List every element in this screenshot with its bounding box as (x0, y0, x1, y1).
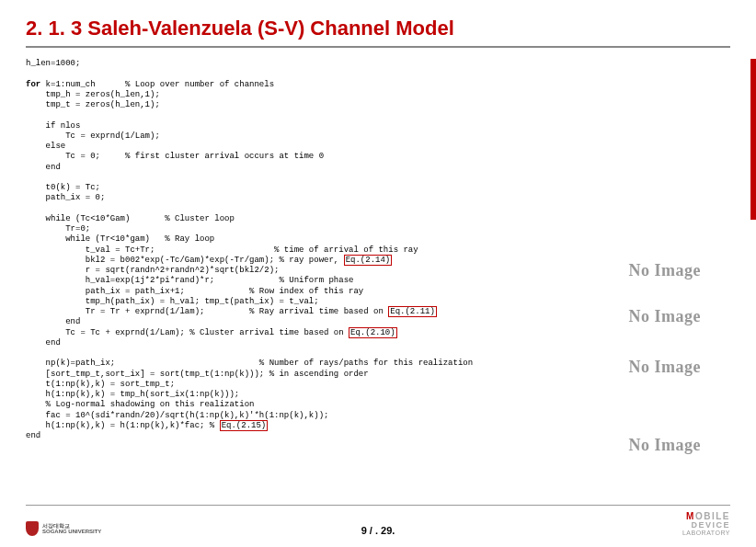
code-line: r = sqrt(randn^2+randn^2)*sqrt(bkl2/2); (26, 266, 279, 275)
code-line: end (26, 163, 61, 172)
code-line: k=1:num_ch % Loop over number of channel… (40, 80, 274, 89)
code-line: t(1:np(k),k) = sort_tmp_t; (26, 380, 175, 389)
code-line: Tr = Tr + exprnd(1/lam); % Ray arrival t… (26, 307, 388, 316)
code-line: while (Tr<10*gam) % Ray loop (26, 234, 214, 244)
code-line: t0(k) = Tc; (26, 183, 100, 192)
code-line: Tc = exprnd(1/Lam); (26, 131, 160, 141)
code-line: t_val = Tc+Tr; % time of arrival of this… (26, 245, 418, 255)
code-line: else (26, 142, 65, 151)
page-number: 9 / . 29. (361, 525, 395, 536)
eq-ref-215: Eq.(2.15) (220, 420, 269, 431)
code-line: h_val=exp(1j*2*pi*rand)*r; % Uniform pha… (26, 276, 353, 285)
code-line: end (26, 338, 61, 348)
code-line: h(1:np(k),k) = h(1:np(k),k)*fac; % (26, 421, 220, 430)
lab-logo: MOBILE DEVICE LABORATORY (682, 512, 730, 536)
code-line: end (26, 317, 80, 326)
slide-title: 2. 1. 3 Saleh-Valenzuela (S-V) Channel M… (26, 17, 730, 40)
shield-icon (26, 521, 39, 536)
code-line: Tr=0; (26, 224, 90, 234)
code-line: tmp_h(path_ix) = h_val; tmp_t(path_ix) =… (26, 297, 319, 306)
logo-laboratory: LABORATORY (682, 530, 730, 536)
placeholder-image-3: No Image (629, 359, 702, 376)
eq-ref-211: Eq.(2.11) (388, 306, 437, 317)
eq-ref-214: Eq.(2.14) (344, 255, 393, 266)
code-line: h_len=1000; (26, 59, 80, 68)
code-line: [sort_tmp_t,sort_ix] = sort(tmp_t(1:np(k… (26, 370, 369, 379)
code-line: bkl2 = b002*exp(-Tc/Gam)*exp(-Tr/gam); %… (26, 256, 344, 265)
code-line: path_ix = 0; (26, 193, 105, 202)
placeholder-image-2: No Image (629, 308, 702, 325)
code-line: path_ix = path_ix+1; % Row index of this… (26, 287, 363, 296)
code-line: if nlos (26, 121, 80, 131)
code-line: end (26, 431, 40, 440)
eq-ref-210: Eq.(2.10) (349, 327, 397, 338)
code-block: h_len=1000; for k=1:num_ch % Loop over n… (26, 59, 730, 441)
footer-divider (26, 505, 730, 506)
accent-bar (750, 59, 756, 220)
footer: 서강대학교 SOGANG UNIVERSITY 9 / . 29. MOBILE… (0, 508, 756, 536)
logo-device: DEVICE (682, 521, 730, 530)
university-name-en: SOGANG UNIVERSITY (42, 529, 101, 534)
code-line: tmp_t = zeros(h_len,1); (26, 100, 160, 109)
code-line: while (Tc<10*Gam) % Cluster loop (26, 214, 235, 223)
placeholder-image-4: No Image (629, 437, 702, 454)
university-logo: 서강대학교 SOGANG UNIVERSITY (26, 521, 101, 536)
code-line: Tc = 0; % first cluster arrival occurs a… (26, 152, 324, 161)
title-underline (26, 46, 730, 48)
code-line: np(k)=path_ix; % Number of rays/paths fo… (26, 359, 473, 368)
placeholder-image-1: No Image (629, 262, 702, 279)
code-line: h(1:np(k),k) = tmp_h(sort_ix(1:np(k))); (26, 390, 239, 399)
code-line: tmp_h = zeros(h_len,1); (26, 90, 160, 99)
code-line: fac = 10^(sdi*randn/20)/sqrt(h(1:np(k),k… (26, 411, 328, 420)
code-line: % Log-normal shadowing on this realizati… (26, 400, 254, 409)
code-line: Tc = Tc + exprnd(1/Lam); % Cluster arriv… (26, 328, 349, 337)
